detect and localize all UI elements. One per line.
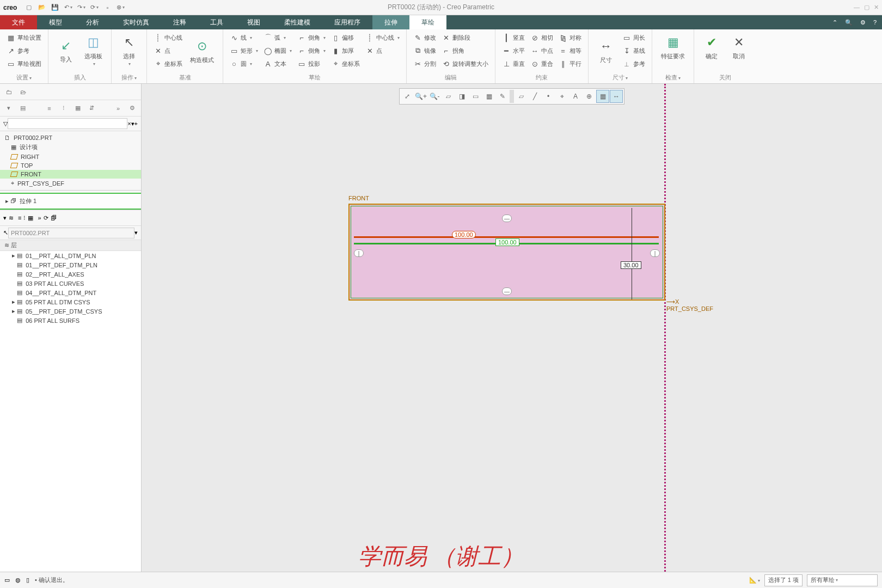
sketch-view-button[interactable]: ▭草绘视图 — [5, 58, 42, 70]
layer-item[interactable]: ▤ 06 PRT ALL SURFS — [0, 316, 141, 325]
ref-dim-button[interactable]: ⟂参考 — [621, 58, 646, 70]
cancel-button[interactable]: ✕取消 — [727, 32, 751, 63]
tab-view[interactable]: 视图 — [235, 15, 272, 29]
regen-icon[interactable]: ⟳ — [88, 2, 100, 14]
ok-button[interactable]: ✔确定 — [700, 32, 724, 63]
layer-item[interactable]: ▤ 04__PRT_ALL_DTM_PNT — [0, 288, 141, 297]
filter-icon[interactable]: ▽ — [3, 120, 8, 127]
mirror-button[interactable]: ⧉镜像 — [412, 45, 437, 57]
delete-segment-button[interactable]: ✕删除段 — [440, 32, 489, 44]
tab-extrude[interactable]: 拉伸 — [372, 15, 409, 29]
tab-tools[interactable]: 工具 — [198, 15, 235, 29]
midpoint-button[interactable]: ↔中点 — [529, 45, 554, 57]
tree-more-icon[interactable]: » — [113, 103, 124, 114]
line-button[interactable]: ∿线 — [229, 32, 259, 44]
layers-more-icon[interactable]: » — [38, 215, 41, 221]
layers-v3-icon[interactable]: ▦ — [28, 215, 33, 222]
tab-sketch[interactable]: 草绘 — [409, 15, 446, 29]
vertical-button[interactable]: ┃竖直 — [501, 32, 526, 44]
feature-requirements-button[interactable]: ▦特征要求 — [658, 32, 688, 63]
layers-refresh-icon[interactable]: ⟳ — [44, 215, 48, 222]
shade-icon[interactable]: ◨ — [455, 90, 468, 103]
rectangle-button[interactable]: ▭矩形 — [229, 45, 259, 57]
tree-view1-icon[interactable]: ≡ — [44, 103, 55, 114]
offset-button[interactable]: ▯偏移 — [330, 32, 361, 44]
tree-front[interactable]: FRONT — [0, 170, 141, 179]
thicken-button[interactable]: ▮加厚 — [330, 45, 361, 57]
ellipse-button[interactable]: ◯椭圆 — [262, 45, 293, 57]
repaint-icon[interactable]: ▱ — [442, 90, 455, 103]
dimension-button[interactable]: ↔尺寸 — [594, 35, 618, 66]
tree-root[interactable]: 🗋 PRT0002.PRT — [0, 133, 141, 142]
layers-copy-icon[interactable]: 🗐 — [51, 215, 57, 221]
parallel-button[interactable]: ∥平行 — [558, 58, 583, 70]
tree-tab2-icon[interactable]: 🗁 — [17, 87, 28, 97]
status-icon1[interactable]: ▭ — [4, 577, 10, 584]
layers-v1-icon[interactable]: ≡ — [18, 215, 21, 221]
divide-button[interactable]: ✂分割 — [412, 58, 437, 70]
redo-icon[interactable]: ↷ — [75, 2, 87, 14]
perimeter-button[interactable]: ▭周长 — [621, 32, 646, 44]
tree-view2-icon[interactable]: ⁝ — [58, 103, 69, 114]
modify-button[interactable]: ✎修改 — [412, 32, 437, 44]
layer-item[interactable]: ▤ 03 PRT ALL CURVES — [0, 279, 141, 288]
dim-toggle-icon[interactable]: ↔ — [610, 90, 623, 103]
tab-file[interactable]: 文件 — [0, 15, 37, 29]
gear-icon[interactable]: ⚙ — [860, 19, 866, 26]
new-icon[interactable]: ▢ — [23, 2, 35, 14]
tree-filter-input[interactable] — [8, 118, 127, 129]
status-icon3[interactable]: ▯ — [26, 577, 29, 584]
csys-sketch-button[interactable]: ⌖坐标系 — [330, 58, 361, 70]
status-selection-count[interactable]: 选择了 1 项 — [764, 574, 803, 586]
centerline-button[interactable]: ┊中心线 — [152, 32, 183, 44]
layers-file-input[interactable] — [8, 228, 134, 238]
construction-mode-button[interactable]: ⊙构造模式 — [187, 35, 217, 66]
tab-model[interactable]: 模型 — [37, 15, 74, 29]
palette-button[interactable]: ◫选项板 — [81, 32, 106, 69]
dim-height-label[interactable]: 30.00 — [621, 261, 641, 269]
undo-icon[interactable]: ↶ — [62, 2, 74, 14]
layer-item[interactable]: ▤ 01__PRT_DEF_DTM_PLN — [0, 260, 141, 270]
text-button[interactable]: A文本 — [262, 58, 293, 70]
tree-view4-icon[interactable]: ⇵ — [87, 103, 97, 114]
arc-button[interactable]: ⌒弧 — [262, 32, 293, 44]
view-mgr-icon[interactable]: ▦ — [482, 90, 495, 103]
horizontal-button[interactable]: ━水平 — [501, 45, 526, 57]
zoom-in-icon[interactable]: 🔍+ — [414, 90, 427, 103]
dim-width-label[interactable]: 100.00 — [495, 238, 519, 246]
tree-top[interactable]: TOP — [0, 161, 141, 170]
constraint-v[interactable]: | — [650, 249, 660, 257]
equal-button[interactable]: =相等 — [558, 45, 583, 57]
search-icon[interactable]: 🔍 — [845, 19, 853, 26]
graphics-canvas[interactable]: ⤢ 🔍+ 🔍- ▱ ◨ ▭ ▦ ✎ ▱ ╱ • ⌖ A ⊕ ▦ ↔ FRONT … — [142, 84, 882, 572]
fillet-button[interactable]: ⌐倒角 — [296, 45, 327, 57]
datum-plane-toggle-icon[interactable]: ▱ — [514, 90, 528, 103]
baseline-button[interactable]: ↧基线 — [621, 45, 646, 57]
layers-v2-icon[interactable]: ⁝ — [23, 215, 26, 222]
layer-item[interactable]: ▸ ▤ 05__PRT_DEF_DTM_CSYS — [0, 307, 141, 316]
close-icon[interactable]: ✕ — [874, 4, 879, 11]
layers-file-dd-icon[interactable]: ▾ — [134, 229, 138, 236]
circle-button[interactable]: ○圆 — [229, 58, 259, 70]
references-button[interactable]: ↗参考 — [5, 45, 42, 57]
save-icon[interactable]: 💾 — [49, 2, 61, 14]
minimize-icon[interactable]: — — [854, 4, 860, 11]
tab-annotate[interactable]: 注释 — [161, 15, 198, 29]
tab-simulate[interactable]: 实时仿真 — [111, 15, 161, 29]
status-filter-select[interactable]: 所有草绘 — [807, 574, 878, 586]
layers-cursor-icon[interactable]: ↖ — [3, 229, 8, 236]
constraint-v[interactable]: | — [354, 249, 364, 257]
tab-analysis[interactable]: 分析 — [74, 15, 111, 29]
tangent-button[interactable]: ⊘相切 — [529, 32, 554, 44]
layers-dd-icon[interactable]: ▾ — [3, 215, 7, 222]
tree-right[interactable]: RIGHT — [0, 152, 141, 161]
annot-icon[interactable]: ✎ — [496, 90, 509, 103]
tree-tab-icon[interactable]: 🗀 — [3, 87, 14, 97]
tab-flex[interactable]: 柔性建模 — [272, 15, 322, 29]
tree-view3-icon[interactable]: ▦ — [72, 103, 83, 114]
perpendicular-button[interactable]: ⊥垂直 — [501, 58, 526, 70]
import-button[interactable]: ↙导入 — [54, 35, 78, 66]
datum-pt-toggle-icon[interactable]: • — [542, 90, 555, 103]
point-button[interactable]: ✕点 — [152, 45, 183, 57]
sketch-setup-button[interactable]: ▦草绘设置 — [5, 32, 42, 44]
